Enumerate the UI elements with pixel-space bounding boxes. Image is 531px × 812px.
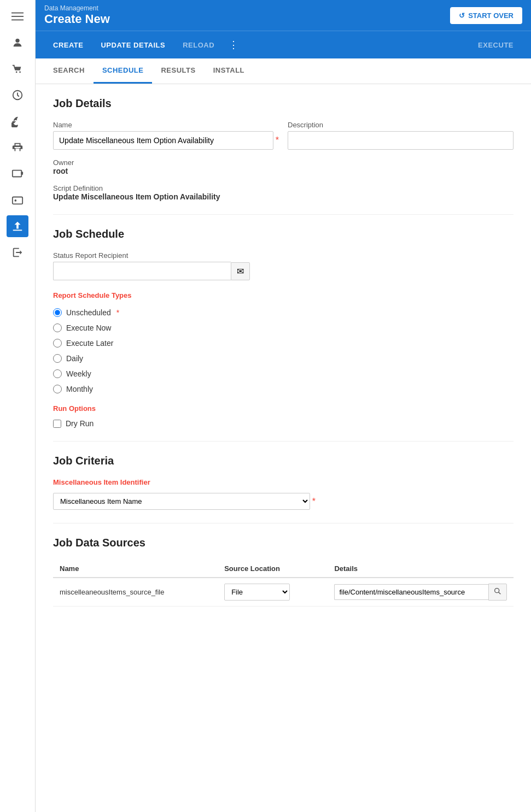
schedule-type-execute-now-label: Execute Now [66, 323, 111, 332]
email-button[interactable]: ✉ [231, 262, 250, 280]
topbar-title: Create New [44, 12, 110, 26]
tab-search[interactable]: SEARCH [44, 58, 94, 84]
sidebar-signout-icon[interactable] [7, 242, 28, 263]
sidebar-menu-icon[interactable] [7, 5, 28, 27]
execute-button[interactable]: EXECUTE [469, 33, 522, 57]
schedule-type-unscheduled-label: Unscheduled [66, 308, 111, 317]
run-options-group: Run Options Dry Run [53, 404, 514, 428]
sidebar [0, 0, 36, 812]
col-name: Name [53, 560, 218, 578]
sidebar-id-card-icon[interactable] [7, 189, 28, 211]
col-source-location: Source Location [218, 560, 328, 578]
svg-rect-1 [11, 16, 24, 17]
svg-rect-9 [13, 230, 22, 231]
name-group: Name * [53, 121, 279, 150]
svg-line-11 [499, 592, 501, 595]
sidebar-cart-icon[interactable] [7, 58, 28, 80]
job-details-form-grid: Name * Description [53, 121, 514, 150]
sidebar-device-icon[interactable] [7, 163, 28, 185]
update-details-button[interactable]: UPDATE DETAILS [92, 33, 174, 57]
svg-point-3 [15, 39, 19, 43]
job-criteria-section: Job Criteria Miscellaneous Item Identifi… [53, 455, 514, 510]
svg-rect-6 [21, 172, 23, 175]
description-input[interactable] [288, 131, 514, 150]
sidebar-person-icon[interactable] [7, 32, 28, 54]
schedule-type-weekly-label: Weekly [66, 369, 91, 378]
schedule-types-label: Report Schedule Types [53, 291, 514, 299]
sidebar-clock-icon[interactable] [7, 84, 28, 106]
source-location-select[interactable]: File Database URL [224, 584, 290, 601]
misc-item-identifier-select[interactable]: Miscellaneous Item Name [53, 493, 310, 510]
refresh-icon: ↺ [459, 11, 465, 20]
tab-install[interactable]: INSTALL [205, 58, 253, 84]
job-details-title: Job Details [53, 97, 514, 110]
sidebar-upload-icon[interactable] [7, 215, 28, 237]
search-icon [493, 587, 502, 596]
name-input-wrapper: * [53, 131, 279, 150]
schedule-type-monthly[interactable]: Monthly [53, 385, 514, 393]
description-group: Description [288, 121, 514, 150]
dry-run-label: Dry Run [66, 419, 94, 428]
svg-point-10 [495, 589, 499, 593]
misc-item-identifier-label: Miscellaneous Item Identifier [53, 478, 316, 486]
misc-item-identifier-group: Miscellaneous Item Identifier Miscellane… [53, 478, 316, 510]
dry-run-checkbox[interactable] [53, 420, 61, 428]
sidebar-print-icon[interactable] [7, 137, 28, 158]
create-button[interactable]: CREATE [44, 33, 92, 57]
file-input-row [334, 584, 507, 601]
schedule-types-group: Report Schedule Types Unscheduled * Exec… [53, 291, 514, 393]
job-criteria-title: Job Criteria [53, 455, 514, 467]
more-options-button[interactable]: ⋮ [223, 31, 244, 58]
row-details [328, 578, 514, 607]
name-input[interactable] [53, 131, 273, 150]
sidebar-history-icon[interactable] [7, 110, 28, 132]
script-def-row: Script Definition Update Miscellaneous I… [53, 184, 514, 201]
main-content: Data Management Create New ↺ START OVER … [36, 0, 531, 812]
schedule-type-daily-label: Daily [66, 354, 83, 363]
email-input-row: ✉ [53, 262, 250, 280]
schedule-types-radio-group: Unscheduled * Execute Now Execute Later … [53, 308, 514, 393]
schedule-type-monthly-label: Monthly [66, 385, 93, 393]
reload-button[interactable]: RELOAD [174, 33, 223, 57]
details-file-input[interactable] [334, 584, 488, 600]
schedule-type-execute-later-label: Execute Later [66, 339, 113, 348]
schedule-type-unscheduled[interactable]: Unscheduled * [53, 308, 514, 317]
dry-run-item[interactable]: Dry Run [53, 419, 514, 428]
owner-label: Owner [53, 158, 514, 167]
tab-results[interactable]: RESULTS [152, 58, 204, 84]
name-label: Name [53, 121, 279, 129]
script-def-label: Script Definition [53, 184, 514, 192]
file-search-button[interactable] [488, 584, 507, 601]
content-area: Job Details Name * Description Owner roo… [36, 84, 531, 812]
col-details: Details [328, 560, 514, 578]
owner-row: Owner root [53, 158, 514, 175]
schedule-type-daily[interactable]: Daily [53, 354, 514, 363]
svg-rect-0 [11, 13, 24, 14]
svg-point-8 [15, 199, 17, 202]
data-sources-table: Name Source Location Details miscelleane… [53, 560, 514, 607]
data-sources-table-head: Name Source Location Details [53, 560, 514, 578]
name-required-star: * [276, 136, 279, 145]
schedule-type-execute-now[interactable]: Execute Now [53, 323, 514, 332]
run-options-label: Run Options [53, 404, 514, 413]
start-over-button[interactable]: ↺ START OVER [450, 7, 522, 24]
job-data-sources-section: Job Data Sources Name Source Location De… [53, 537, 514, 607]
owner-value: root [53, 167, 514, 175]
status-report-label: Status Report Recipient [53, 251, 514, 260]
misc-item-select-wrapper: Miscellaneous Item Name * [53, 493, 316, 510]
schedule-type-weekly[interactable]: Weekly [53, 369, 514, 378]
status-report-input[interactable] [53, 262, 231, 280]
script-def-value: Update Miscellaneous Item Option Availab… [53, 192, 514, 201]
actionbar: CREATE UPDATE DETAILS RELOAD ⋮ EXECUTE [36, 31, 531, 58]
row-name: miscelleaneousItems_source_file [53, 578, 218, 607]
svg-rect-7 [13, 197, 22, 204]
unscheduled-required-star: * [116, 308, 119, 317]
svg-rect-5 [13, 170, 22, 177]
topbar-title-group: Data Management Create New [44, 4, 110, 26]
tab-schedule[interactable]: SCHEDULE [94, 58, 153, 84]
data-sources-table-body: miscelleaneousItems_source_file File Dat… [53, 578, 514, 607]
svg-rect-2 [11, 20, 24, 21]
schedule-type-execute-later[interactable]: Execute Later [53, 339, 514, 348]
job-schedule-section: Job Schedule Status Report Recipient ✉ R… [53, 228, 514, 428]
row-source-location: File Database URL [218, 578, 328, 607]
